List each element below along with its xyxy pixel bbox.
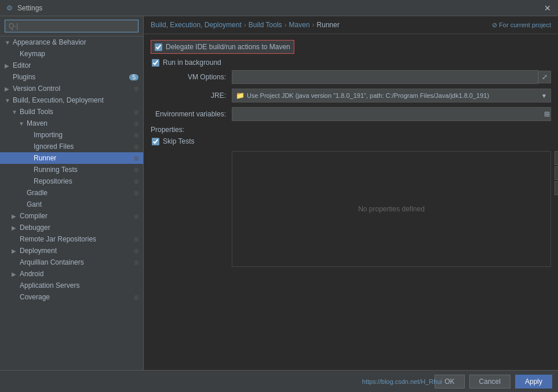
sidebar-item-remote-jar-repos[interactable]: Remote Jar Repositories⊞ bbox=[0, 233, 143, 245]
no-properties-text: No properties defined bbox=[358, 205, 425, 213]
arrow-icon: ▼ bbox=[5, 97, 10, 104]
sidebar-item-deployment[interactable]: ▶Deployment⊞ bbox=[0, 245, 143, 257]
search-box bbox=[0, 16, 143, 36]
jre-dropdown[interactable]: 📁 Use Project JDK (java version "1.8.0_1… bbox=[232, 89, 551, 102]
ext-link-icon: ⊞ bbox=[134, 155, 138, 162]
settings-icon: ⚙ bbox=[5, 3, 14, 13]
arrow-icon: ▼ bbox=[19, 120, 24, 127]
sidebar-item-maven[interactable]: ▼Maven⊞ bbox=[0, 118, 143, 129]
properties-section: Properties: Skip Tests No properties def… bbox=[151, 126, 551, 267]
edit-property-button[interactable]: ✏ bbox=[555, 181, 558, 195]
vm-options-label: VM Options: bbox=[151, 73, 232, 81]
sidebar-item-label: Appearance & Behavior bbox=[13, 38, 86, 46]
sidebar-item-editor[interactable]: ▶Editor bbox=[0, 60, 143, 71]
add-property-button[interactable]: + bbox=[555, 151, 558, 165]
breadcrumb-bar: Build, Execution, Deployment › Build Too… bbox=[144, 16, 558, 34]
remove-property-button[interactable]: − bbox=[555, 166, 558, 180]
sidebar-item-label: Gant bbox=[27, 200, 42, 208]
bottom-bar: https://blog.csdn.net/H_Rhui OK Cancel A… bbox=[0, 370, 558, 392]
arrow-icon: ▶ bbox=[5, 63, 10, 69]
sidebar-item-label: Android bbox=[20, 270, 43, 278]
sidebar-items-container: ▼Appearance & BehaviorKeymap▶EditorPlugi… bbox=[0, 36, 143, 303]
sidebar-item-version-control[interactable]: ▶Version Control⊞ bbox=[0, 83, 143, 94]
sidebar-item-plugins[interactable]: Plugins5 bbox=[0, 71, 143, 83]
sidebar-item-application-servers[interactable]: Application Servers bbox=[0, 280, 143, 291]
breadcrumb-part-0[interactable]: Build, Execution, Deployment bbox=[151, 21, 242, 29]
sidebar-item-gradle[interactable]: Gradle⊞ bbox=[0, 187, 143, 199]
breadcrumb-part-2[interactable]: Maven bbox=[289, 21, 310, 29]
run-bg-checkbox-row: Run in background bbox=[151, 58, 551, 67]
sidebar-item-running-tests[interactable]: Running Tests⊞ bbox=[0, 164, 143, 175]
sidebar-item-coverage[interactable]: Coverage⊞ bbox=[0, 291, 143, 303]
arrow-icon: ▶ bbox=[12, 271, 17, 277]
close-button[interactable]: ✕ bbox=[542, 2, 553, 14]
sidebar-item-label: Repositories bbox=[34, 177, 72, 185]
content-scroll: Delegate IDE build/run actions to Maven … bbox=[144, 34, 558, 370]
env-vars-input-wrap: ⊞ bbox=[232, 107, 551, 121]
arrow-icon: ▶ bbox=[12, 248, 17, 254]
sidebar-item-runner[interactable]: Runner⊞ bbox=[0, 152, 143, 164]
sidebar-item-android[interactable]: ▶Android bbox=[0, 268, 143, 280]
vm-options-input[interactable] bbox=[232, 70, 538, 84]
ext-link-icon: ⊞ bbox=[134, 294, 138, 301]
run-bg-checkbox[interactable] bbox=[152, 59, 159, 67]
sidebar-item-build-tools[interactable]: ▼Build Tools⊞ bbox=[0, 106, 143, 118]
jre-value-text: Use Project JDK (java version "1.8.0_191… bbox=[247, 92, 537, 99]
arrow-icon: ▼ bbox=[12, 109, 17, 115]
props-actions: + − ✏ bbox=[555, 151, 558, 195]
ext-link-icon: ⊞ bbox=[134, 144, 138, 150]
skip-tests-label[interactable]: Skip Tests bbox=[163, 137, 194, 145]
env-vars-row: Environment variables: ⊞ bbox=[151, 107, 551, 121]
ext-link-icon: ⊞ bbox=[134, 167, 138, 173]
sidebar-item-keymap[interactable]: Keymap bbox=[0, 48, 143, 60]
jre-row: JRE: 📁 Use Project JDK (java version "1.… bbox=[151, 89, 551, 102]
sidebar-item-label: Running Tests bbox=[34, 166, 78, 174]
sidebar-item-label: Coverage bbox=[20, 293, 50, 301]
sidebar-item-label: Importing bbox=[34, 131, 63, 139]
properties-panel-area: No properties defined + − ✏ bbox=[151, 151, 551, 267]
sidebar-item-label: Plugins bbox=[13, 73, 35, 81]
sidebar-item-compiler[interactable]: ▶Compiler⊞ bbox=[0, 210, 143, 222]
delegate-checkbox[interactable] bbox=[155, 43, 162, 51]
sidebar-item-label: Maven bbox=[27, 119, 48, 127]
vm-options-expand-button[interactable]: ⤢ bbox=[538, 71, 551, 83]
sidebar-item-build-execution-deployment[interactable]: ▼Build, Execution, Deployment bbox=[0, 94, 143, 106]
watermark-link[interactable]: https://blog.csdn.net/H_Rhui bbox=[362, 378, 442, 385]
apply-button[interactable]: Apply bbox=[515, 375, 552, 389]
properties-title: Properties: bbox=[151, 126, 551, 134]
title-text: Settings bbox=[17, 4, 542, 12]
arrow-icon: ▶ bbox=[5, 86, 10, 92]
env-vars-expand-icon[interactable]: ⊞ bbox=[544, 110, 550, 118]
arrow-icon: ▼ bbox=[5, 39, 10, 46]
breadcrumb-sep-0: › bbox=[244, 21, 246, 29]
breadcrumb-sep-1: › bbox=[285, 21, 287, 29]
sidebar-item-ignored-files[interactable]: Ignored Files⊞ bbox=[0, 141, 143, 152]
delegate-checkbox-row: Delegate IDE build/run actions to Maven bbox=[151, 40, 294, 54]
delegate-label[interactable]: Delegate IDE build/run actions to Maven bbox=[166, 43, 290, 51]
sidebar-item-repositories[interactable]: Repositories⊞ bbox=[0, 175, 143, 187]
sidebar-item-label: Gradle bbox=[27, 189, 48, 197]
cancel-button[interactable]: Cancel bbox=[469, 375, 510, 389]
arrow-icon: ▶ bbox=[12, 213, 17, 219]
sidebar-item-label: Version Control bbox=[13, 85, 60, 93]
sidebar-item-gant[interactable]: Gant bbox=[0, 199, 143, 210]
ext-link-icon: ⊞ bbox=[134, 178, 138, 185]
arrow-icon: ▶ bbox=[12, 225, 17, 231]
breadcrumb-part-1[interactable]: Build Tools bbox=[249, 21, 282, 29]
sidebar-item-appearance-behavior[interactable]: ▼Appearance & Behavior bbox=[0, 36, 143, 48]
sidebar-item-label: Compiler bbox=[20, 212, 48, 220]
run-bg-label[interactable]: Run in background bbox=[163, 58, 221, 67]
search-input[interactable] bbox=[5, 20, 138, 32]
env-vars-label: Environment variables: bbox=[151, 110, 232, 118]
sidebar-item-importing[interactable]: Importing⊞ bbox=[0, 129, 143, 141]
ext-link-icon: ⊞ bbox=[134, 213, 138, 219]
sidebar-item-label: Build Tools bbox=[20, 108, 53, 116]
sidebar-item-arquillian-containers[interactable]: Arquillian Containers⊞ bbox=[0, 257, 143, 268]
sidebar-item-label: Deployment bbox=[20, 247, 57, 255]
ext-link-icon: ⊞ bbox=[134, 86, 138, 92]
properties-panel: No properties defined bbox=[232, 151, 551, 267]
sidebar-item-debugger[interactable]: ▶Debugger bbox=[0, 222, 143, 233]
project-link[interactable]: ⊘ For current project bbox=[492, 21, 551, 29]
env-vars-input[interactable] bbox=[232, 107, 551, 121]
skip-tests-checkbox[interactable] bbox=[152, 138, 159, 145]
